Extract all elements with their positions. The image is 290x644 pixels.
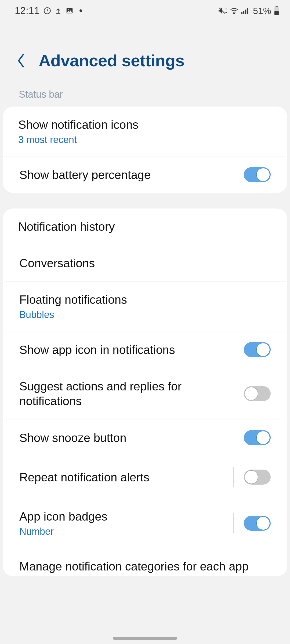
battery-percentage-text: 51%	[253, 6, 271, 16]
row-floating-notifications[interactable]: Floating notifications Bubbles	[4, 281, 286, 331]
page-header: Advanced settings	[0, 21, 290, 89]
picture-icon	[66, 7, 74, 15]
row-app-icon-badges[interactable]: App icon badges Number	[4, 498, 286, 548]
row-manage-categories[interactable]: Manage notification categories for each …	[4, 548, 286, 576]
svg-point-5	[234, 13, 234, 14]
gesture-nav-pill[interactable]	[113, 637, 177, 640]
clock-icon	[44, 7, 51, 14]
card-status-bar: Show notification icons 3 most recent Sh…	[3, 107, 287, 193]
more-notifications-dot-icon	[79, 9, 82, 12]
row-notification-history[interactable]: Notification history	[3, 208, 287, 245]
battery-icon	[274, 6, 279, 15]
row-title: Repeat notification alerts	[19, 470, 225, 485]
section-header-status-bar: Status bar	[0, 89, 290, 107]
status-left: 12:11	[15, 5, 82, 16]
row-title: Conversations	[19, 256, 271, 270]
status-right: 51%	[219, 6, 279, 16]
svg-rect-6	[241, 12, 242, 14]
row-repeat-alerts[interactable]: Repeat notification alerts	[4, 456, 286, 498]
svg-rect-7	[243, 11, 244, 14]
row-show-app-icon[interactable]: Show app icon in notifications	[4, 331, 286, 368]
system-status-bar: 12:11 51%	[0, 0, 290, 21]
svg-rect-8	[245, 10, 246, 14]
svg-rect-12	[274, 11, 279, 15]
row-show-notification-icons[interactable]: Show notification icons 3 most recent	[3, 107, 287, 156]
row-subtitle: 3 most recent	[18, 134, 272, 145]
row-title: Floating notifications	[19, 292, 271, 307]
row-show-snooze[interactable]: Show snooze button	[4, 419, 286, 456]
row-title: App icon badges	[19, 509, 225, 524]
toggle-show-app-icon[interactable]	[244, 342, 271, 357]
toggle-suggest-actions[interactable]	[244, 386, 271, 401]
row-suggest-actions[interactable]: Suggest actions and replies for notifica…	[4, 368, 286, 419]
vertical-divider	[233, 467, 234, 487]
row-title: Manage notification categories for each …	[19, 559, 271, 574]
toggle-app-icon-badges[interactable]	[244, 516, 271, 531]
upload-icon	[55, 7, 62, 15]
toggle-repeat-alerts[interactable]	[244, 470, 271, 485]
row-subtitle: Bubbles	[19, 309, 271, 320]
signal-icon	[241, 7, 249, 14]
row-conversations[interactable]: Conversations	[4, 245, 286, 281]
row-title: Notification history	[18, 219, 272, 234]
svg-point-3	[68, 9, 69, 10]
toggle-show-battery-percentage[interactable]	[244, 167, 271, 182]
svg-rect-1	[56, 13, 60, 14]
toggle-show-snooze[interactable]	[244, 430, 271, 445]
row-title: Suggest actions and replies for notifica…	[19, 379, 236, 408]
card-notifications: Notification history Conversations Float…	[3, 208, 287, 576]
wifi-icon	[230, 7, 238, 14]
row-title: Show snooze button	[19, 430, 236, 445]
row-subtitle: Number	[19, 526, 225, 537]
vertical-divider	[233, 513, 234, 533]
row-title: Show notification icons	[18, 117, 272, 132]
vibrate-mute-icon	[219, 7, 227, 14]
row-show-battery-percentage[interactable]: Show battery percentage	[4, 156, 286, 193]
svg-rect-9	[247, 8, 248, 14]
back-button[interactable]	[15, 52, 27, 69]
svg-rect-10	[276, 6, 278, 7]
page-title: Advanced settings	[39, 51, 184, 70]
row-title: Show app icon in notifications	[19, 342, 236, 357]
chevron-left-icon	[16, 53, 26, 68]
status-time: 12:11	[15, 5, 40, 16]
row-title: Show battery percentage	[19, 167, 236, 182]
